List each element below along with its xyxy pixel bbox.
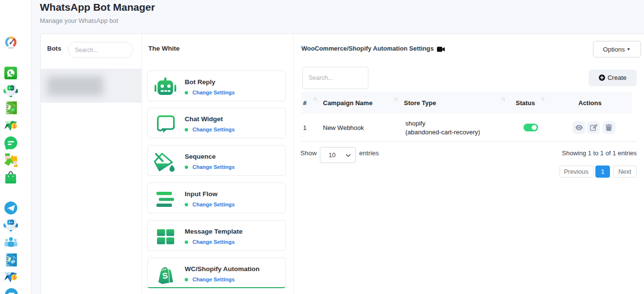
svg-text:S: S (162, 271, 168, 280)
svg-text:1: 1 (13, 123, 16, 129)
svg-text:1: 1 (13, 275, 16, 280)
